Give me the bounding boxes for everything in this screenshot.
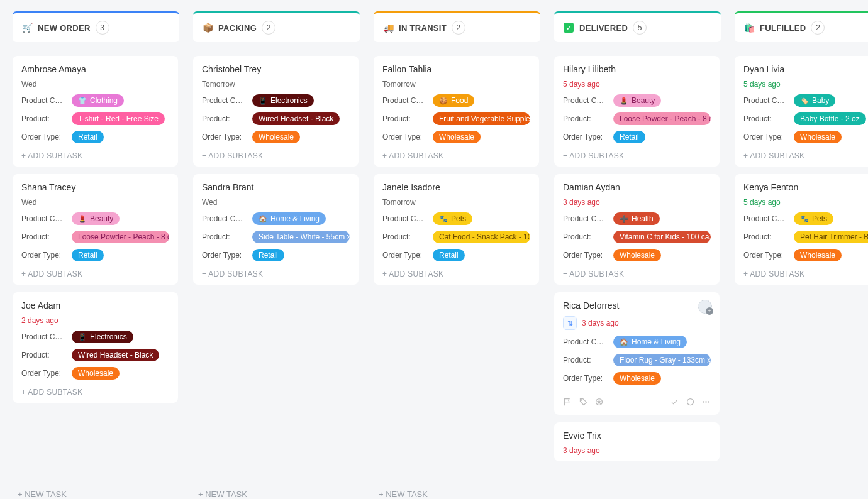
neworder-icon: 🛒 [21, 22, 33, 33]
pill-category[interactable]: 👕Clothing [72, 94, 124, 107]
pill-category[interactable]: 🏷️Baby [794, 94, 835, 107]
pill-product[interactable]: Floor Rug - Gray - 133cm x ... [613, 354, 711, 366]
add-subtask-button[interactable]: + ADD SUBTASK [21, 267, 169, 278]
pill-category[interactable]: 🍪Food [433, 94, 474, 107]
pill-product[interactable]: Loose Powder - Peach - 8 g... [72, 231, 169, 243]
card-title: Hilary Lilibeth [563, 64, 711, 74]
pill-category[interactable]: 📱Electronics [72, 331, 133, 343]
new-task-button[interactable]: + NEW TASK [193, 485, 360, 499]
add-subtask-button[interactable]: + ADD SUBTASK [202, 267, 350, 278]
add-subtask-button[interactable]: + ADD SUBTASK [21, 385, 169, 397]
pill-category[interactable]: 🏠Home & Living [252, 212, 326, 225]
add-subtask-button[interactable]: + ADD SUBTASK [563, 267, 711, 278]
column-header-neworder[interactable]: 🛒NEW ORDER3 [13, 11, 179, 42]
add-subtask-button[interactable]: + ADD SUBTASK [202, 149, 350, 160]
task-card[interactable]: Janele IsadoreTomorrowProduct Cat...🐾Pet… [374, 174, 539, 285]
pill-order-type[interactable]: Wholesale [72, 367, 120, 380]
pill-product[interactable]: Baby Bottle - 2 oz [794, 112, 866, 125]
pill-category[interactable]: 🐾Pets [433, 212, 472, 225]
label-category: Product Cat... [21, 332, 67, 341]
row-order-type: Order Type:Retail [563, 131, 711, 143]
label-order-type: Order Type: [382, 251, 428, 260]
label-order-type: Order Type: [743, 251, 789, 260]
card-title: Sandra Brant [202, 182, 350, 192]
pill-product[interactable]: Vitamin C for Kids - 100 ca... [613, 231, 711, 243]
label-product: Product: [563, 114, 608, 123]
new-task-button[interactable]: + NEW TASK [13, 485, 179, 499]
pill-product[interactable]: Side Table - White - 55cm x... [252, 231, 350, 243]
pill-category[interactable]: ➕Health [613, 212, 660, 225]
column-header-delivered[interactable]: ✓DELIVERED5 [554, 11, 721, 42]
pill-category[interactable]: 🏠Home & Living [613, 336, 687, 348]
pill-product[interactable]: Cat Food - Snack Pack - 10... [433, 231, 530, 243]
pill-product[interactable]: Wired Headset - Black [252, 112, 340, 125]
date-icon[interactable]: ⇅ [563, 316, 577, 330]
column-header-fulfilled[interactable]: 🛍️FULFILLED2 [735, 11, 868, 42]
task-card[interactable]: Damian Aydan3 days agoProduct Cat...➕Hea… [554, 174, 720, 285]
column-title: FULFILLED [760, 23, 806, 33]
tag-icon[interactable] [579, 397, 588, 409]
pill-category-text: Pets [451, 214, 466, 223]
pill-product[interactable]: Loose Powder - Peach - 8 g... [613, 112, 711, 125]
row-order-type: Order Type:Retail [202, 249, 350, 261]
task-card[interactable]: Joe Adam2 days agoProduct Cat...📱Electro… [13, 292, 178, 403]
pill-product[interactable]: Fruit and Vegetable Supple... [433, 112, 530, 125]
cards-list: Fallon TahliaTomorrowProduct Cat...🍪Food… [374, 56, 540, 485]
pill-order-type[interactable]: Wholesale [613, 249, 661, 261]
task-card[interactable]: Evvie Trix3 days ago [554, 422, 720, 461]
pill-category[interactable]: 💄Beauty [72, 212, 120, 225]
task-card[interactable]: Fallon TahliaTomorrowProduct Cat...🍪Food… [374, 56, 539, 167]
add-subtask-button[interactable]: + ADD SUBTASK [743, 149, 868, 160]
task-card[interactable]: Ambrose AmayaWedProduct Cat...👕ClothingP… [13, 56, 178, 167]
add-subtask-button[interactable]: + ADD SUBTASK [382, 149, 530, 160]
task-card[interactable]: Kenya Fenton5 days agoProduct Cat...🐾Pet… [735, 174, 868, 285]
add-subtask-button[interactable]: + ADD SUBTASK [743, 267, 868, 278]
pill-category[interactable]: 📱Electronics [252, 94, 314, 107]
more-icon[interactable] [701, 397, 711, 409]
pill-order-type[interactable]: Wholesale [252, 131, 300, 143]
new-task-button[interactable]: + NEW TASK [374, 485, 540, 499]
star-icon[interactable] [594, 397, 604, 409]
row-product: Product:T-shirt - Red - Free Size [21, 112, 169, 125]
task-card[interactable]: Hilary Lilibeth5 days agoProduct Cat...💄… [554, 56, 720, 167]
row-order-type: Order Type:Retail [382, 249, 530, 261]
pill-order-type[interactable]: Retail [613, 131, 645, 143]
column-neworder: 🛒NEW ORDER3Ambrose AmayaWedProduct Cat..… [13, 11, 179, 499]
task-card[interactable]: Dyan Livia5 days agoProduct Cat...🏷️Baby… [735, 56, 868, 167]
pill-order-type[interactable]: Wholesale [613, 372, 661, 385]
row-product: Product:Cat Food - Snack Pack - 10... [382, 231, 530, 243]
pill-product[interactable]: Wired Headset - Black [72, 349, 159, 361]
pill-product[interactable]: T-shirt - Red - Free Size [72, 112, 165, 125]
pill-category[interactable]: 💄Beauty [613, 94, 661, 107]
flag-icon[interactable] [563, 397, 572, 409]
pill-order-type[interactable]: Retail [252, 249, 284, 261]
add-subtask-button[interactable]: + ADD SUBTASK [382, 267, 530, 278]
card-date-text: 3 days ago [563, 198, 600, 207]
pill-order-type[interactable]: Wholesale [794, 131, 842, 143]
pill-product[interactable]: Pet Hair Trimmer - Blue [794, 231, 868, 243]
pill-order-type[interactable]: Wholesale [433, 131, 481, 143]
pill-order-type[interactable]: Retail [72, 249, 104, 261]
add-subtask-button[interactable]: + ADD SUBTASK [563, 149, 711, 160]
task-card[interactable]: Christobel TreyTomorrowProduct Cat...📱El… [193, 56, 359, 167]
task-card[interactable]: Shana TraceyWedProduct Cat...💄BeautyProd… [13, 174, 178, 285]
column-header-packing[interactable]: 📦PACKING2 [193, 11, 360, 42]
complete-icon[interactable] [670, 397, 679, 409]
pill-order-type[interactable]: Retail [72, 131, 104, 143]
label-order-type: Order Type: [563, 374, 608, 383]
card-date-text: 3 days ago [582, 319, 619, 327]
add-subtask-button[interactable]: + ADD SUBTASK [21, 149, 169, 160]
pill-order-type[interactable]: Retail [433, 249, 465, 261]
status-circle-icon[interactable] [686, 397, 695, 409]
label-product: Product: [743, 233, 789, 241]
assignee-add-icon[interactable] [698, 300, 712, 314]
pill-order-type[interactable]: Wholesale [794, 249, 842, 261]
row-order-type: Order Type:Retail [21, 249, 169, 261]
task-card[interactable]: Rica Deforrest⇅3 days agoProduct Cat...🏠… [554, 292, 720, 415]
svg-point-5 [708, 401, 709, 403]
label-product: Product: [563, 356, 608, 365]
task-card[interactable]: Sandra BrantWedProduct Cat...🏠Home & Liv… [193, 174, 359, 285]
pill-category-text: Baby [812, 96, 829, 105]
pill-category[interactable]: 🐾Pets [794, 212, 833, 225]
column-header-intransit[interactable]: 🚚IN TRANSIT2 [374, 11, 540, 42]
